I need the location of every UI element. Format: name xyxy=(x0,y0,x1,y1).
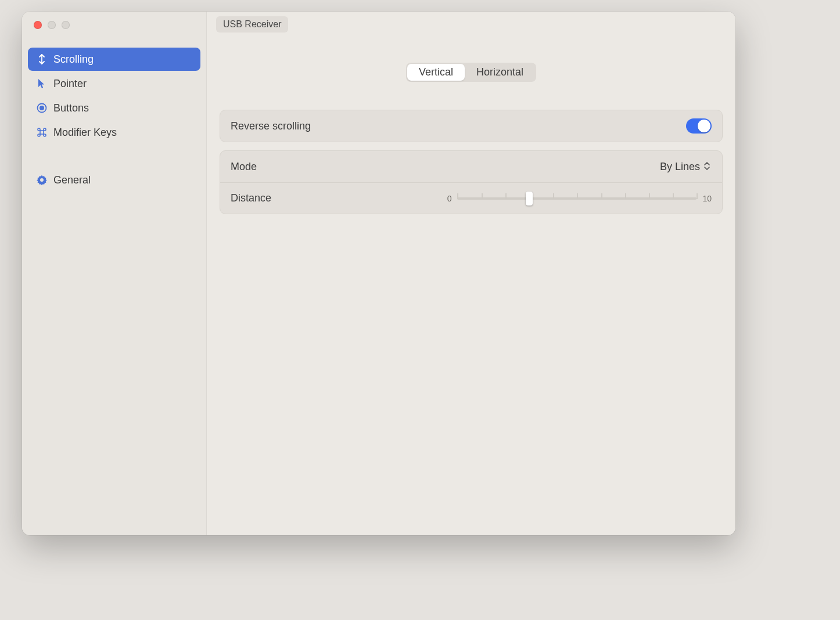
mode-label: Mode xyxy=(231,161,257,173)
slider-tick xyxy=(577,193,578,199)
scroll-arrows-icon xyxy=(36,53,48,65)
distance-slider-area: 0 10 xyxy=(447,192,712,205)
mode-select[interactable]: By Lines xyxy=(660,161,712,173)
sidebar-nav: Scrolling Pointer Buttons xyxy=(22,48,206,192)
mode-distance-card: Mode By Lines Distance 0 xyxy=(220,150,723,214)
mode-row: Mode By Lines xyxy=(220,151,722,182)
command-key-icon xyxy=(36,127,48,138)
sidebar-item-label: General xyxy=(53,174,91,186)
slider-tick xyxy=(601,193,602,199)
close-window-button[interactable] xyxy=(34,21,42,29)
sidebar-item-general[interactable]: General xyxy=(28,168,200,192)
sidebar-item-pointer[interactable]: Pointer xyxy=(28,72,200,95)
reverse-scrolling-card: Reverse scrolling xyxy=(220,110,723,142)
device-chip[interactable]: USB Receiver xyxy=(216,16,288,33)
orientation-tabs: Vertical Horizontal xyxy=(220,63,723,82)
slider-tick xyxy=(697,193,698,199)
reverse-scrolling-row: Reverse scrolling xyxy=(220,110,722,142)
reverse-scrolling-toggle[interactable] xyxy=(686,118,712,134)
distance-min-label: 0 xyxy=(447,194,452,203)
updown-arrows-icon xyxy=(703,161,712,172)
tab-vertical[interactable]: Vertical xyxy=(407,64,465,81)
sidebar-item-modifier-keys[interactable]: Modifier Keys xyxy=(28,121,200,144)
distance-label: Distance xyxy=(231,192,271,204)
window-controls xyxy=(22,17,206,29)
slider-tick xyxy=(673,193,674,199)
segmented-control: Vertical Horizontal xyxy=(406,63,536,82)
slider-handle[interactable] xyxy=(526,192,533,206)
distance-slider[interactable] xyxy=(457,192,697,205)
sidebar: Scrolling Pointer Buttons xyxy=(22,12,207,535)
preferences-window: Scrolling Pointer Buttons xyxy=(22,12,735,535)
record-icon xyxy=(36,102,48,114)
slider-tick xyxy=(457,193,458,199)
sidebar-item-scrolling[interactable]: Scrolling xyxy=(28,48,200,71)
slider-tick xyxy=(649,193,650,199)
slider-tick xyxy=(505,193,507,199)
tab-horizontal[interactable]: Horizontal xyxy=(465,64,535,81)
minimize-window-button xyxy=(48,21,56,29)
reverse-scrolling-label: Reverse scrolling xyxy=(231,120,311,132)
distance-row: Distance 0 10 xyxy=(220,182,722,214)
slider-tick xyxy=(482,193,483,199)
slider-ticks xyxy=(457,195,697,202)
zoom-window-button xyxy=(62,21,70,29)
sidebar-item-label: Pointer xyxy=(53,78,87,90)
slider-tick xyxy=(553,193,554,199)
sidebar-divider xyxy=(28,145,200,168)
slider-tick xyxy=(625,193,626,199)
cursor-icon xyxy=(36,78,48,89)
svg-point-1 xyxy=(40,106,44,110)
sidebar-item-buttons[interactable]: Buttons xyxy=(28,96,200,120)
sidebar-item-label: Scrolling xyxy=(53,53,94,66)
distance-max-label: 10 xyxy=(702,194,712,203)
main-panel: USB Receiver Vertical Horizontal Reverse… xyxy=(207,12,735,535)
sidebar-item-label: Buttons xyxy=(53,102,89,114)
sidebar-item-label: Modifier Keys xyxy=(53,127,117,139)
mode-value: By Lines xyxy=(660,161,700,173)
gear-icon xyxy=(36,174,48,186)
